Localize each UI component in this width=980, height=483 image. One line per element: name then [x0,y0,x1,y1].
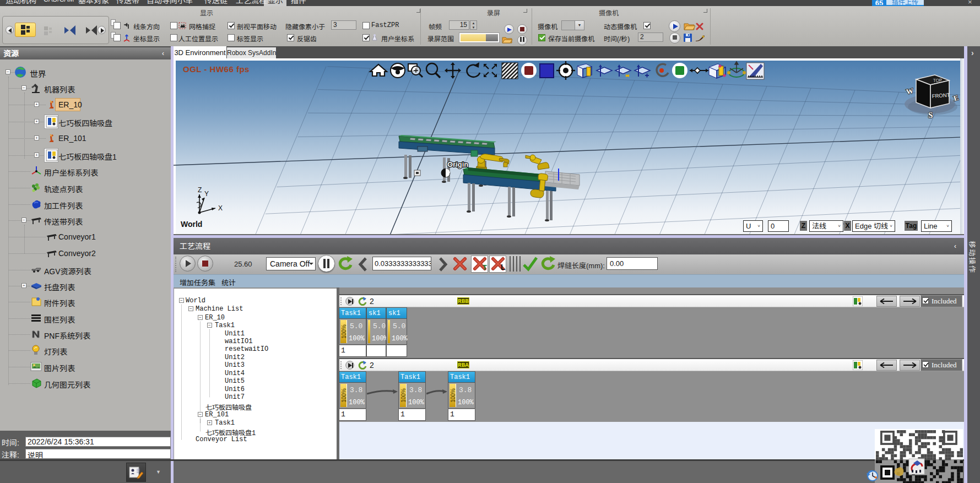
svg-text:X: X [218,204,223,212]
svg-text:Y: Y [204,190,209,198]
svg-text:S: S [928,111,933,120]
svg-text:TOP: TOP [933,78,943,83]
svg-text:FRONT: FRONT [932,92,950,99]
svg-text:World: World [181,220,202,229]
svg-text:W: W [905,86,914,96]
svg-text:Origin: Origin [447,160,468,169]
svg-text:Z: Z [198,186,202,194]
